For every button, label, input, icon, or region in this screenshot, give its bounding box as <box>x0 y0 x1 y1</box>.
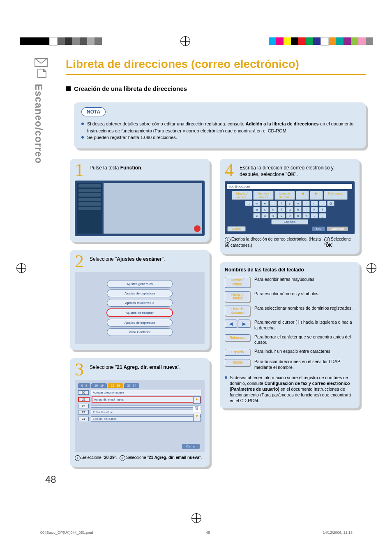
caption: 1Escriba la dirección de correo electrón… <box>225 236 355 248</box>
col-right: 4 Escriba la dirección de correo electró… <box>220 159 360 467</box>
keyboard-keys: qwertyuiop@asdfghjklzxcvbnm._ <box>227 201 352 218</box>
step-1: 1 Pulse la tecla Function. <box>70 159 210 242</box>
print-footer: 004Basic_OP(UK)044_051.pmd 48 14/12/2006… <box>40 531 353 535</box>
footer-date: 14/12/2006, 11:18 <box>323 531 353 535</box>
screenshot-function-list: 0 - 910 - 1920 - 2930 - 34 20Agregar dir… <box>75 380 205 452</box>
caption: 1Seleccione "20-29". 2Seleccione "21 Agr… <box>75 455 205 461</box>
email-field-display: bob@pcc.com <box>227 184 352 189</box>
screenshot-control-panel <box>75 181 205 236</box>
bottom-registration <box>20 513 373 523</box>
keyboard-top-row: Mayús./minús.Numér./símbolLista dedomini… <box>227 191 352 200</box>
section-heading: Creación de una libreta de direcciones <box>66 85 366 92</box>
svg-line-1 <box>35 58 41 63</box>
registration-mark-icon <box>180 36 190 46</box>
step-number: 4 <box>225 163 236 177</box>
step-text: Seleccione "21 Agreg. dir. email nueva". <box>90 362 181 371</box>
tab-row: 0 - 910 - 1920 - 2930 - 34 <box>78 383 201 388</box>
step-4: 4 Escriba la dirección de correo electró… <box>220 159 360 254</box>
reference-title: Nombres de las teclas del teclado <box>225 267 355 273</box>
ok-key: OK <box>312 227 325 231</box>
space-key: Espacio <box>271 219 308 225</box>
circled-1-icon: 1 <box>75 455 81 461</box>
registration-mark-icon <box>367 263 376 272</box>
keyboard-reference: Nombres de las teclas del teclado Mayús.… <box>220 262 360 408</box>
col-left: 1 Pulse la tecla Function. 2 Seleccione … <box>70 159 210 467</box>
cmyk-bar-left <box>20 37 102 45</box>
circled-2-icon: 2 <box>324 237 330 243</box>
screenshot-settings-menu: Ajustes generalesAjustes de copiadoraAju… <box>75 272 205 344</box>
up-arrow-icon: ▲ <box>193 396 201 404</box>
registration-mark-icon <box>16 263 25 272</box>
svg-line-2 <box>41 58 47 63</box>
close-button: Cerrar <box>182 444 200 449</box>
keyboard-footer: Global OK Cancelar <box>227 226 352 232</box>
circled-1-icon: 1 <box>225 237 231 243</box>
subtitle: Creación de una libreta de direcciones <box>74 85 187 92</box>
note-box: NOTA Si desea obtener detalles sobre cóm… <box>74 102 366 148</box>
scan-mail-icon <box>33 58 49 78</box>
manual-page: Escaneo/correo Libreta de direcciones (c… <box>0 0 392 556</box>
tab-label: Escaneo/correo <box>33 84 44 164</box>
screenshot-keyboard: bob@pcc.com Mayús./minús.Numér./símbolLi… <box>225 181 355 234</box>
steps-columns: 1 Pulse la tecla Function. 2 Seleccione … <box>70 159 366 467</box>
footer-file: 004Basic_OP(UK)044_051.pmd <box>40 531 93 535</box>
page-number: 48 <box>45 474 56 485</box>
page-content: Escaneo/correo Libreta de direcciones (c… <box>37 58 366 489</box>
registration-mark-icon <box>191 513 201 523</box>
page-title: Libreta de direcciones (correo electróni… <box>66 58 366 75</box>
section-tab: Escaneo/correo <box>33 58 53 181</box>
cmyk-bar-right <box>269 37 373 45</box>
down-arrow-icon: ▼ <box>193 414 201 421</box>
global-key: Global <box>227 226 246 232</box>
top-registration <box>20 36 373 46</box>
step-3: 3 Seleccione "21 Agreg. dir. email nueva… <box>70 358 210 467</box>
circled-2-icon: 2 <box>120 455 125 461</box>
step-2: 2 Seleccione "Ajustes de escáner". Ajust… <box>70 250 210 350</box>
step-text: Seleccione "Ajustes de escáner". <box>90 254 165 263</box>
list-rows: 20Agregar dirección nueva21Agreg. dir. e… <box>78 390 201 422</box>
note-list: Si desea obtener detalles sobre cómo edi… <box>81 120 358 141</box>
step-text: Pulse la tecla Function. <box>90 163 143 171</box>
cancel-key: Cancelar <box>327 227 348 231</box>
reference-footnote: Si desea obtener información sobre el re… <box>225 375 355 404</box>
note-label: NOTA <box>81 107 106 116</box>
scroll-arrows: ▲05/07▼ <box>193 396 201 421</box>
step-number: 3 <box>75 362 86 377</box>
footer-page: 48 <box>206 531 210 535</box>
reference-rows: Mayús./minús.Para escribir letras mayúsc… <box>225 277 355 370</box>
step-number: 2 <box>75 254 86 269</box>
square-bullet-icon <box>66 86 71 91</box>
step-text: Escriba la dirección de correo electróni… <box>240 163 355 178</box>
step-number: 1 <box>75 163 86 177</box>
